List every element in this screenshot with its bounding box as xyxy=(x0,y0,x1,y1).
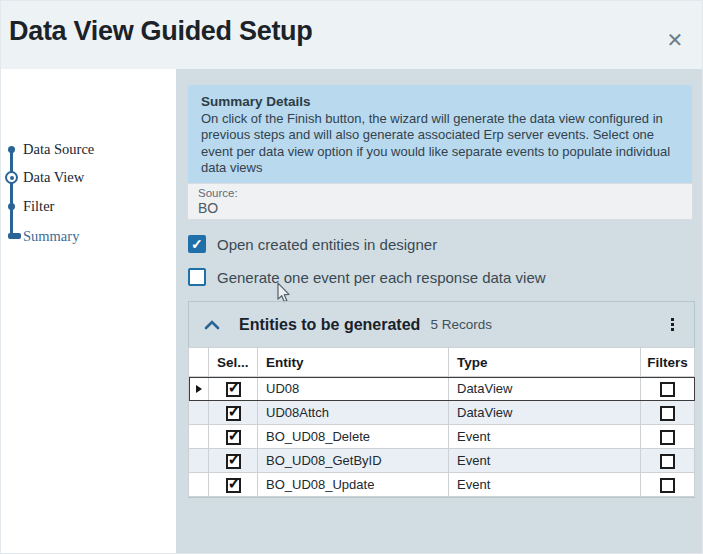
table-row[interactable]: UD08AttchDataView xyxy=(189,401,695,425)
entities-table: Sel... Entity Type Filters UD08DataViewU… xyxy=(188,347,695,497)
select-checkbox[interactable] xyxy=(226,478,241,493)
entities-panel: Entities to be generated 5 Records Sel..… xyxy=(188,301,695,498)
stepper-item-data-view[interactable]: Data View xyxy=(23,169,84,186)
cell-select xyxy=(209,473,258,497)
header-type[interactable]: Type xyxy=(449,348,641,377)
row-indicator-cell xyxy=(189,425,209,449)
step-dot-icon xyxy=(8,203,15,210)
select-checkbox[interactable] xyxy=(226,406,241,421)
cell-type: Event xyxy=(449,449,641,473)
entities-panel-title: Entities to be generated xyxy=(239,316,420,334)
chevron-up-icon[interactable] xyxy=(204,320,220,330)
source-field-label: Source: xyxy=(198,187,682,199)
cell-select xyxy=(209,401,258,425)
stepper-item-data-source[interactable]: Data Source xyxy=(23,141,94,158)
step-end-icon xyxy=(8,233,21,239)
cell-select xyxy=(209,377,258,401)
row-indicator-cell xyxy=(189,473,209,497)
header-filters[interactable]: Filters xyxy=(641,348,695,377)
cell-filters xyxy=(641,473,695,497)
kebab-menu-icon[interactable] xyxy=(667,314,678,335)
filters-checkbox[interactable] xyxy=(660,382,675,397)
cell-entity: UD08Attch xyxy=(258,401,449,425)
cell-entity: BO_UD08_Delete xyxy=(258,425,449,449)
header-select[interactable]: Sel... xyxy=(209,348,258,377)
filters-checkbox[interactable] xyxy=(660,454,675,469)
close-button[interactable]: ✕ xyxy=(660,25,690,55)
cell-type: DataView xyxy=(449,377,641,401)
stepper-item-summary[interactable]: Summary xyxy=(23,228,79,245)
stepper-line xyxy=(10,149,13,237)
step-current-icon xyxy=(5,171,18,184)
cell-entity: BO_UD08_GetByID xyxy=(258,449,449,473)
data-view-guided-setup-dialog: Data View Guided Setup ✕ Data Source Dat… xyxy=(0,0,703,554)
cell-type: Event xyxy=(449,425,641,449)
filters-checkbox[interactable] xyxy=(660,430,675,445)
open-entities-label: Open created entities in designer xyxy=(217,236,437,253)
cell-type: Event xyxy=(449,473,641,497)
cell-filters xyxy=(641,425,695,449)
close-icon: ✕ xyxy=(667,29,684,51)
option-one-event-per-view[interactable]: Generate one event per each response dat… xyxy=(188,268,546,286)
cell-filters xyxy=(641,377,695,401)
stepper-item-filter[interactable]: Filter xyxy=(23,198,54,215)
wizard-stepper: Data Source Data View Filter Summary xyxy=(1,69,176,554)
cell-select xyxy=(209,449,258,473)
open-entities-checkbox[interactable] xyxy=(188,235,206,253)
row-indicator-cell xyxy=(189,401,209,425)
summary-step-panel: Summary Details On click of the Finish b… xyxy=(176,69,703,554)
table-row[interactable]: BO_UD08_UpdateEvent xyxy=(189,473,695,497)
page-title: Data View Guided Setup xyxy=(9,16,312,47)
option-open-entities[interactable]: Open created entities in designer xyxy=(188,235,437,253)
record-count-badge: 5 Records xyxy=(430,317,492,332)
row-indicator-cell xyxy=(189,377,209,401)
dialog-titlebar: Data View Guided Setup ✕ xyxy=(1,1,703,70)
table-row[interactable]: BO_UD08_DeleteEvent xyxy=(189,425,695,449)
cell-filters xyxy=(641,401,695,425)
table-header-row: Sel... Entity Type Filters xyxy=(189,348,695,377)
summary-details-callout: Summary Details On click of the Finish b… xyxy=(188,85,692,187)
select-checkbox[interactable] xyxy=(226,382,241,397)
current-row-marker-icon xyxy=(196,385,202,393)
summary-details-heading: Summary Details xyxy=(201,94,679,109)
filters-checkbox[interactable] xyxy=(660,406,675,421)
filters-checkbox[interactable] xyxy=(660,478,675,493)
entities-panel-header[interactable]: Entities to be generated 5 Records xyxy=(189,302,694,347)
cell-type: DataView xyxy=(449,401,641,425)
cell-entity: UD08 xyxy=(258,377,449,401)
table-row[interactable]: BO_UD08_GetByIDEvent xyxy=(189,449,695,473)
header-row-indicator xyxy=(189,348,209,377)
source-field-value: BO xyxy=(198,200,682,216)
cell-select xyxy=(209,425,258,449)
summary-details-text: On click of the Finish button, the wizar… xyxy=(201,111,679,176)
row-indicator-cell xyxy=(189,449,209,473)
cell-filters xyxy=(641,449,695,473)
step-dot-icon xyxy=(8,146,15,153)
select-checkbox[interactable] xyxy=(226,454,241,469)
table-row[interactable]: UD08DataView xyxy=(189,377,695,401)
source-field: Source: BO xyxy=(187,183,693,220)
one-event-per-view-label: Generate one event per each response dat… xyxy=(217,269,546,286)
header-entity[interactable]: Entity xyxy=(258,348,449,377)
select-checkbox[interactable] xyxy=(226,430,241,445)
cell-entity: BO_UD08_Update xyxy=(258,473,449,497)
one-event-per-view-checkbox[interactable] xyxy=(188,268,206,286)
